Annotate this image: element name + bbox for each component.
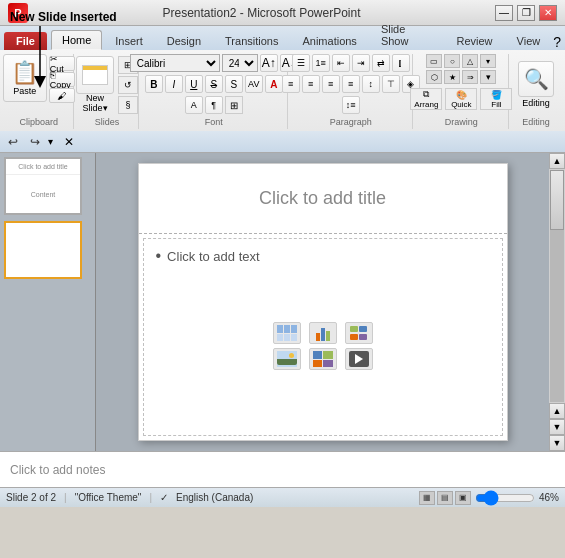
- shadow-button[interactable]: S: [225, 75, 243, 93]
- ribbon-group-font: Calibri 24 A↑ A↓ B I U S S AV A: [141, 54, 288, 129]
- shape-btn[interactable]: △: [462, 54, 478, 68]
- restore-button[interactable]: ❐: [517, 5, 535, 21]
- arrange-button[interactable]: ⧉Arrang: [410, 88, 442, 110]
- bullets-button[interactable]: ☰: [292, 54, 310, 72]
- clipboard-buttons: 📋 Paste ✂ Cut ⎘ Copy 🖌: [3, 54, 75, 115]
- quick-styles-button[interactable]: 🎨Quick: [445, 88, 477, 110]
- increase-indent-button[interactable]: ⇥: [352, 54, 370, 72]
- qa-redo-button[interactable]: ↪: [26, 133, 44, 151]
- slide-thumb-container-2: 2: [4, 221, 91, 279]
- scroll-page-down-button[interactable]: ▼: [549, 419, 565, 435]
- editing-button[interactable]: 🔍 Editing: [514, 57, 558, 112]
- notes-placeholder: Click to add notes: [10, 463, 105, 477]
- smartart-row: [350, 326, 367, 332]
- table-icon[interactable]: [273, 322, 301, 344]
- editing-buttons: 🔍 Editing: [514, 54, 558, 115]
- increase-font-button[interactable]: A↑: [260, 54, 278, 72]
- underline-button[interactable]: U: [185, 75, 203, 93]
- close-panel-button[interactable]: ✕: [61, 134, 77, 150]
- tab-review[interactable]: Review: [445, 31, 503, 50]
- spacing-row: ↕≡: [342, 96, 360, 114]
- play-icon: [355, 354, 363, 364]
- more-shapes-button[interactable]: ▾: [480, 70, 496, 84]
- tab-file[interactable]: File: [4, 32, 47, 50]
- editing-label: Editing: [522, 98, 550, 108]
- clear-format-button[interactable]: ¶: [205, 96, 223, 114]
- italic-button[interactable]: I: [165, 75, 183, 93]
- shape-btn[interactable]: ▾: [480, 54, 496, 68]
- slide-1-title-area: Click to add title: [6, 159, 80, 175]
- tab-slideshow[interactable]: Slide Show: [370, 19, 444, 50]
- new-slide-button[interactable]: NewSlide▾: [76, 56, 114, 114]
- text-direction-button[interactable]: ↕: [362, 75, 380, 93]
- scroll-thumb[interactable]: [550, 170, 564, 230]
- tab-design[interactable]: Design: [156, 31, 212, 50]
- justify-button[interactable]: ≡: [342, 75, 360, 93]
- copy-button[interactable]: ⎘ Copy: [49, 72, 75, 87]
- tab-view[interactable]: View: [506, 31, 552, 50]
- tab-home[interactable]: Home: [51, 30, 102, 50]
- scroll-down-button[interactable]: ▼: [549, 435, 565, 451]
- slide-content-area[interactable]: • Click to add text: [143, 238, 503, 436]
- scroll-up-button[interactable]: ▲: [549, 153, 565, 169]
- format-painter-button[interactable]: 🖌: [49, 88, 75, 103]
- decrease-indent-button[interactable]: ⇤: [332, 54, 350, 72]
- paste-button[interactable]: 📋 Paste: [3, 54, 47, 102]
- font-name-select[interactable]: Calibri: [130, 54, 220, 72]
- line-spacing-button[interactable]: ↕≡: [342, 96, 360, 114]
- clipart-cell: [323, 351, 333, 359]
- tab-insert[interactable]: Insert: [104, 31, 154, 50]
- font-color-button[interactable]: A: [265, 75, 283, 93]
- shape-btn[interactable]: ⇒: [462, 70, 478, 84]
- table-cell: [284, 334, 290, 342]
- font-size-select[interactable]: 24: [222, 54, 258, 72]
- align-left-button[interactable]: ≡: [282, 75, 300, 93]
- font-buttons: Calibri 24 A↑ A↓ B I U S S AV A: [130, 54, 298, 115]
- chart-icon[interactable]: [309, 322, 337, 344]
- shape-btn[interactable]: ▭: [426, 54, 442, 68]
- columns-button[interactable]: ⫿: [392, 54, 410, 72]
- numbering-button[interactable]: 1≡: [312, 54, 330, 72]
- shape-btn[interactable]: ⬡: [426, 70, 442, 84]
- qa-dropdown-button[interactable]: ▾: [48, 136, 53, 147]
- slide-preview-2: [6, 223, 80, 277]
- strikethrough-button[interactable]: S: [205, 75, 223, 93]
- tab-transitions[interactable]: Transitions: [214, 31, 289, 50]
- media-icon[interactable]: [345, 348, 373, 370]
- media-player: [349, 351, 369, 367]
- slide-thumb-1[interactable]: Click to add title Content: [4, 157, 82, 215]
- bold-button[interactable]: B: [145, 75, 163, 93]
- smartart-content-icon[interactable]: [345, 322, 373, 344]
- scroll-track[interactable]: [550, 170, 564, 402]
- align-text-button[interactable]: ⊤: [382, 75, 400, 93]
- close-button[interactable]: ✕: [539, 5, 557, 21]
- align-center-button[interactable]: ≡: [302, 75, 320, 93]
- title-bar: P Presentation2 - Microsoft PowerPoint —…: [0, 0, 565, 26]
- font-expand-button[interactable]: ⊞: [225, 96, 243, 114]
- zoom-slider[interactable]: [475, 494, 535, 502]
- picture-icon[interactable]: [273, 348, 301, 370]
- clipart-icon[interactable]: [309, 348, 337, 370]
- minimize-button[interactable]: —: [495, 5, 513, 21]
- help-icon[interactable]: ?: [553, 34, 561, 50]
- slide-thumb-2[interactable]: [4, 221, 82, 279]
- ribbon-tab-row: File Home Insert Design Transitions Anim…: [0, 26, 565, 50]
- qa-undo-button[interactable]: ↩: [4, 133, 22, 151]
- shape-fill-button[interactable]: 🪣Fill: [480, 88, 512, 110]
- tab-animations[interactable]: Animations: [291, 31, 367, 50]
- shape-btn[interactable]: ★: [444, 70, 460, 84]
- shape-btn[interactable]: ○: [444, 54, 460, 68]
- table-grid: [277, 325, 297, 341]
- align-right-button[interactable]: ≡: [322, 75, 340, 93]
- scroll-page-up-button[interactable]: ▲: [549, 403, 565, 419]
- slide-title-area[interactable]: Click to add title: [139, 164, 507, 234]
- rtl-button[interactable]: ⇄: [372, 54, 390, 72]
- normal-view-button[interactable]: ▦: [419, 491, 435, 505]
- font-fill-button[interactable]: A: [185, 96, 203, 114]
- smartart-item: [350, 326, 358, 332]
- slideshow-button[interactable]: ▣: [455, 491, 471, 505]
- char-spacing-button[interactable]: AV: [245, 75, 263, 93]
- picture-sun: [289, 353, 294, 358]
- slide-sorter-button[interactable]: ▤: [437, 491, 453, 505]
- notes-area[interactable]: Click to add notes: [0, 451, 565, 487]
